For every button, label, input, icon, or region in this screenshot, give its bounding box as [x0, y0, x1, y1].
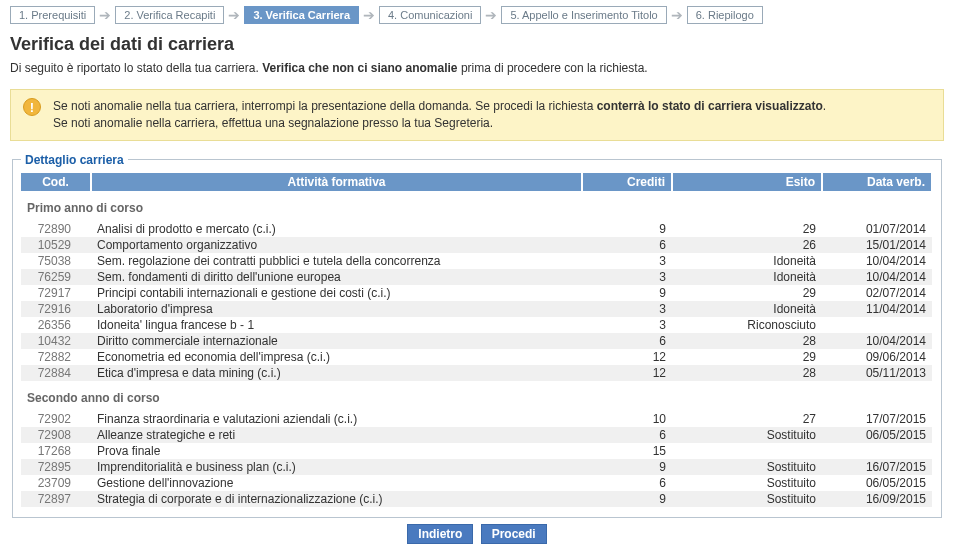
cell-crediti: 3 [582, 317, 672, 333]
cell-data: 15/01/2014 [822, 237, 932, 253]
wizard-step[interactable]: 4. Comunicazioni [379, 6, 481, 24]
cell-crediti: 3 [582, 269, 672, 285]
cell-data: 01/07/2014 [822, 221, 932, 237]
chevron-right-icon: ➔ [363, 7, 375, 23]
alert-line1-bold: conterrà lo stato di carriera visualizza… [597, 99, 823, 113]
cell-esito: Sostituito [672, 427, 822, 443]
cell-crediti: 9 [582, 459, 672, 475]
career-table: Cod. Attività formativa Crediti Esito Da… [21, 173, 933, 507]
th-cod: Cod. [21, 173, 91, 191]
cell-esito: 29 [672, 221, 822, 237]
cell-crediti: 12 [582, 349, 672, 365]
table-row: 10529Comportamento organizzativo62615/01… [21, 237, 932, 253]
cell-cod: 75038 [21, 253, 91, 269]
alert-line1-post: . [823, 99, 826, 113]
wizard-step[interactable]: 2. Verifica Recapiti [115, 6, 224, 24]
cell-esito: Idoneità [672, 301, 822, 317]
cell-esito: Sostituito [672, 459, 822, 475]
table-row: 72908Alleanze strategiche e reti6Sostitu… [21, 427, 932, 443]
cell-data: 16/07/2015 [822, 459, 932, 475]
career-legend: Dettaglio carriera [21, 153, 128, 167]
cell-data: 10/04/2014 [822, 269, 932, 285]
cell-attivita: Sem. fondamenti di diritto dell'unione e… [91, 269, 582, 285]
cell-esito [672, 443, 822, 459]
cell-esito: 27 [672, 411, 822, 427]
intro-bold: Verifica che non ci siano anomalie [262, 61, 457, 75]
cell-data: 09/06/2014 [822, 349, 932, 365]
next-button[interactable]: Procedi [481, 524, 547, 544]
cell-attivita: Etica d'impresa e data mining (c.i.) [91, 365, 582, 381]
cell-data: 11/04/2014 [822, 301, 932, 317]
wizard-steps: 1. Prerequisiti➔2. Verifica Recapiti➔3. … [10, 6, 944, 24]
table-row: 75038Sem. regolazione dei contratti pubb… [21, 253, 932, 269]
year-heading: Secondo anno di corso [21, 381, 932, 411]
chevron-right-icon: ➔ [671, 7, 683, 23]
year-heading: Primo anno di corso [21, 191, 932, 221]
cell-data: 10/04/2014 [822, 253, 932, 269]
cell-crediti: 6 [582, 427, 672, 443]
th-esito: Esito [672, 173, 822, 191]
cell-esito: Idoneità [672, 253, 822, 269]
cell-attivita: Comportamento organizzativo [91, 237, 582, 253]
cell-cod: 17268 [21, 443, 91, 459]
cell-data: 17/07/2015 [822, 411, 932, 427]
cell-crediti: 3 [582, 253, 672, 269]
cell-attivita: Principi contabili internazionali e gest… [91, 285, 582, 301]
table-row: 72917Principi contabili internazionali e… [21, 285, 932, 301]
cell-crediti: 9 [582, 491, 672, 507]
cell-cod: 26356 [21, 317, 91, 333]
wizard-step[interactable]: 3. Verifica Carriera [244, 6, 359, 24]
th-data: Data verb. [822, 173, 932, 191]
cell-data: 06/05/2015 [822, 427, 932, 443]
cell-attivita: Alleanze strategiche e reti [91, 427, 582, 443]
warning-icon: ! [23, 98, 41, 116]
cell-esito: 28 [672, 333, 822, 349]
wizard-step[interactable]: 6. Riepilogo [687, 6, 763, 24]
cell-esito: 28 [672, 365, 822, 381]
alert-line1-pre: Se noti anomalie nella tua carriera, int… [53, 99, 597, 113]
th-att: Attività formativa [91, 173, 582, 191]
cell-data [822, 317, 932, 333]
cell-cod: 72908 [21, 427, 91, 443]
warning-text: Se noti anomalie nella tua carriera, int… [53, 98, 826, 132]
cell-cod: 10432 [21, 333, 91, 349]
cell-attivita: Finanza straordinaria e valutazioni azie… [91, 411, 582, 427]
table-row: 17268Prova finale15 [21, 443, 932, 459]
table-header-row: Cod. Attività formativa Crediti Esito Da… [21, 173, 932, 191]
cell-cod: 72884 [21, 365, 91, 381]
table-row: 72902Finanza straordinaria e valutazioni… [21, 411, 932, 427]
cell-esito: 29 [672, 349, 822, 365]
year-heading-row: Primo anno di corso [21, 191, 932, 221]
table-row: 26356Idoneita' lingua francese b - 13Ric… [21, 317, 932, 333]
table-row: 72882Econometria ed economia dell'impres… [21, 349, 932, 365]
chevron-right-icon: ➔ [99, 7, 111, 23]
back-button[interactable]: Indietro [407, 524, 473, 544]
cell-data: 02/07/2014 [822, 285, 932, 301]
cell-data: 10/04/2014 [822, 333, 932, 349]
cell-attivita: Analisi di prodotto e mercato (c.i.) [91, 221, 582, 237]
cell-esito: Sostituito [672, 475, 822, 491]
table-row: 72884Etica d'impresa e data mining (c.i.… [21, 365, 932, 381]
wizard-step[interactable]: 1. Prerequisiti [10, 6, 95, 24]
cell-crediti: 6 [582, 237, 672, 253]
intro-post: prima di procedere con la richiesta. [458, 61, 648, 75]
cell-data [822, 443, 932, 459]
cell-attivita: Strategia di corporate e di internaziona… [91, 491, 582, 507]
cell-attivita: Prova finale [91, 443, 582, 459]
cell-esito: Idoneità [672, 269, 822, 285]
cell-cod: 76259 [21, 269, 91, 285]
cell-crediti: 15 [582, 443, 672, 459]
cell-crediti: 6 [582, 333, 672, 349]
cell-cod: 72897 [21, 491, 91, 507]
table-row: 23709Gestione dell'innovazione6Sostituit… [21, 475, 932, 491]
cell-cod: 72902 [21, 411, 91, 427]
cell-attivita: Econometria ed economia dell'impresa (c.… [91, 349, 582, 365]
cell-crediti: 3 [582, 301, 672, 317]
cell-esito: 26 [672, 237, 822, 253]
alert-line2: Se noti anomalie nella carriera, effettu… [53, 116, 493, 130]
year-heading-row: Secondo anno di corso [21, 381, 932, 411]
cell-crediti: 12 [582, 365, 672, 381]
table-row: 10432Diritto commerciale internazionale6… [21, 333, 932, 349]
wizard-step[interactable]: 5. Appello e Inserimento Titolo [501, 6, 666, 24]
cell-cod: 72895 [21, 459, 91, 475]
